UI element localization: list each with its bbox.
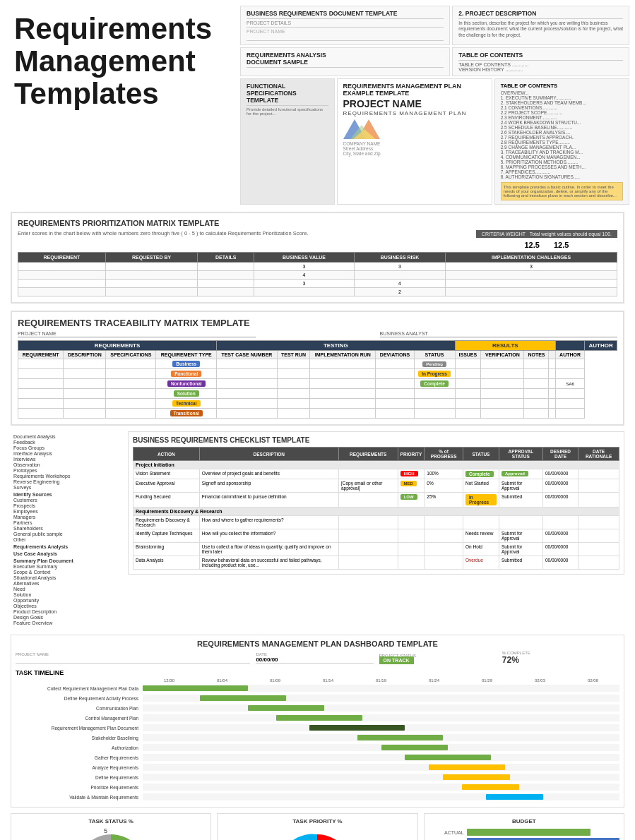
rmp-toc-item-17: 7. APPENDICES............ xyxy=(501,169,623,174)
pie-segment-1 xyxy=(111,834,146,840)
budget-chart: BUDGET ACTUAL PLANNED 20,000 30,000 40,0… xyxy=(424,813,624,840)
rmp-toc-item-3: 2. STAKEHOLDERS AND TEAM MEMB... xyxy=(501,100,623,105)
gantt-row-6: Stakeholder Baselining xyxy=(16,733,619,742)
task-priority-chart: TASK PRIORITY % 3 6 3 xyxy=(217,813,417,840)
col-author-header xyxy=(555,341,584,351)
title-area: Requirements Management Templates xyxy=(0,0,240,205)
sidebar-objectives: Objectives xyxy=(13,604,124,608)
desc-approval: Signoff and sponsorship xyxy=(199,479,338,493)
docs-row1: BUSINESS REQUIREMENTS DOCUMENT TEMPLATE … xyxy=(240,6,629,45)
rmp-toc-item-7: 2.4 WORK BREAKDOWN STRUCTU... xyxy=(501,120,623,125)
sidebar-product-desc: Product Description xyxy=(13,609,124,614)
sidebar-req-analysis: Requirements Analysis xyxy=(13,544,124,549)
func-spec-title: FUNCTIONAL SPECIFICATIONS TEMPLATE xyxy=(247,83,328,106)
sidebar-need: Need xyxy=(13,587,124,592)
col-group-testing: TESTING xyxy=(217,341,455,351)
sidebar-text: Document Analysis Feedback Focus Groups … xyxy=(11,431,127,629)
criteria-label: CRITERIA WEIGHT Total weight values shou… xyxy=(476,230,617,238)
brd-card: BUSINESS REQUIREMENTS DOCUMENT TEMPLATE … xyxy=(240,6,450,45)
trace-analyst: BUSINESS ANALYST xyxy=(380,331,618,337)
rmp-card-title: REQUIREMENTS MANAGEMENT PLAN EXAMPLE TEM… xyxy=(343,83,486,97)
table-row: 4 xyxy=(18,271,617,280)
gantt-row-10: Define Requirements xyxy=(16,773,619,781)
status-inprogress: In Progress xyxy=(418,371,451,377)
sidebar-shareholders: Shareholders xyxy=(13,526,124,531)
rmp-project-name: PROJECT NAME xyxy=(343,98,486,109)
table-row: 2 xyxy=(18,288,617,296)
budget-actual-bar xyxy=(467,829,591,836)
dash-project-name: PROJECT NAME xyxy=(16,652,250,664)
checklist-wrapper: Document Analysis Feedback Focus Groups … xyxy=(11,431,624,629)
table-row: Identify Capture Techniques How will you… xyxy=(133,529,619,543)
brd-subtitle: PROJECT DETAILS xyxy=(247,20,444,25)
matrix-title: REQUIREMENTS PRIORITIZATION MATRIX TEMPL… xyxy=(18,219,617,227)
budget-title: BUDGET xyxy=(429,818,619,824)
action-funding: Funding Secured xyxy=(133,493,200,508)
toc-title: TABLE OF CONTENTS xyxy=(458,52,623,61)
rmp-note: This template provides a basic outline. … xyxy=(501,182,623,200)
rad-card: REQUIREMENTS ANALYSIS DOCUMENT SAMPLE xyxy=(240,47,450,76)
col-priority: PRIORITY xyxy=(398,448,425,461)
checklist-section: BUSINESS REQUIREMENTS CHECKLIST TEMPLATE… xyxy=(128,431,624,575)
matrix-subtitle: Enter scores in the chart below with who… xyxy=(18,230,469,236)
sidebar-item-focus-groups: Focus Groups xyxy=(13,445,124,450)
dashboard-title: REQUIREMENTS MANAGEMENT PLAN DASHBOARD T… xyxy=(16,640,619,648)
col-desc: DESCRIPTION xyxy=(64,351,106,359)
rmp-toc-item-4: 2.1 CONVENTIONS............ xyxy=(501,105,623,110)
rmp-toc-item-13: 3. TRACEABILITY AND TRACKING M... xyxy=(501,150,623,155)
gantt-row-8: Gather Requirements xyxy=(16,753,619,762)
docs-area: BUSINESS REQUIREMENTS DOCUMENT TEMPLATE … xyxy=(240,0,635,205)
table-row: Requirements Discovery & Research How an… xyxy=(133,516,619,529)
table-row: Funding Secured Financial commitment to … xyxy=(133,493,619,508)
dash-complete: % COMPLETE 72% xyxy=(502,651,619,665)
task-priority-title: TASK PRIORITY % xyxy=(222,818,413,824)
sidebar-design-goals: Design Goals xyxy=(13,615,124,620)
sidebar-other: Other xyxy=(13,537,124,542)
badge-transitional: Transitional xyxy=(170,410,203,416)
gantt-bar-6 xyxy=(357,735,444,740)
col-action: ACTION xyxy=(133,448,200,461)
col-req: REQUIREMENT xyxy=(18,351,64,359)
sidebar-general-public: General public sample xyxy=(13,532,124,536)
dash-date: DATE 00/00/00 xyxy=(256,652,373,664)
col-test-case: TEST CASE NUMBER xyxy=(217,351,278,359)
rmp-toc-item-10: 2.7 REQUIREMENTS APPROACH.. xyxy=(501,135,623,140)
top-area: Requirements Management Templates BUSINE… xyxy=(0,0,635,205)
rmp-toc-item-5: 2.2 PROJECT SCOPE............ xyxy=(501,110,623,115)
col-business-value: BUSINESS VALUE xyxy=(254,253,355,263)
table-row: Transitional xyxy=(18,409,617,419)
dash-complete-val: 72% xyxy=(502,655,619,665)
pie-label-5: 5 xyxy=(104,827,107,834)
main-title: Requirements Management Templates xyxy=(14,13,226,111)
budget-row-actual: ACTUAL xyxy=(429,829,619,836)
gantt-dates: 12/30 01/04 01/09 01/14 01/19 01/24 01/2… xyxy=(143,678,619,683)
gantt-row-5: Requirement Management Plan Document xyxy=(16,724,619,732)
sidebar-alternatives: Alternatives xyxy=(13,581,124,586)
task-status-pie: 1 2 3 4 5 xyxy=(16,827,206,840)
col-requirements: REQUIREMENTS xyxy=(338,448,398,461)
sidebar-exec-summary: Executive Summary xyxy=(13,564,124,569)
title-line3: Templates xyxy=(14,77,159,110)
gantt-bar-8 xyxy=(405,755,491,760)
gantt-bar-12 xyxy=(486,794,543,800)
action-approval: Executive Approval xyxy=(133,479,200,493)
priority-high: HIGH xyxy=(400,471,418,476)
pie-segment-5 xyxy=(93,834,111,840)
gantt-bar-2 xyxy=(200,695,286,701)
sidebar-feature-overview: Feature Overview xyxy=(13,620,124,625)
project-desc-card: 2. PROJECT DESCRIPTION In this section, … xyxy=(452,6,629,45)
desc-vision: Overview of project goals and benefits xyxy=(199,469,338,479)
table-row: Data Analysis Review behavioral data on … xyxy=(133,556,619,570)
toc-item1: TABLE OF CONTENTS ............ xyxy=(458,62,623,67)
sidebar-customers: Customers xyxy=(13,498,124,503)
rmp-toc-item-2: 1. EXECUTIVE SUMMARY............ xyxy=(501,95,623,100)
rmp-toc-card: TABLE OF CONTENTS OVERVIEW... 1. EXECUTI… xyxy=(494,78,629,205)
action-vision: Vision Statement xyxy=(133,469,200,479)
table-row: 333 xyxy=(18,263,617,271)
sidebar-item-prototypes: Prototypes xyxy=(13,468,124,473)
sidebar-item-surveys: Surveys xyxy=(13,485,124,490)
dashboard-header: PROJECT NAME DATE 00/00/00 PROJECT STATU… xyxy=(16,651,619,665)
col-description: DESCRIPTION xyxy=(199,448,338,461)
dash-status: PROJECT STATUS ON TRACK xyxy=(379,654,497,663)
gantt-bar-4 xyxy=(276,715,362,721)
